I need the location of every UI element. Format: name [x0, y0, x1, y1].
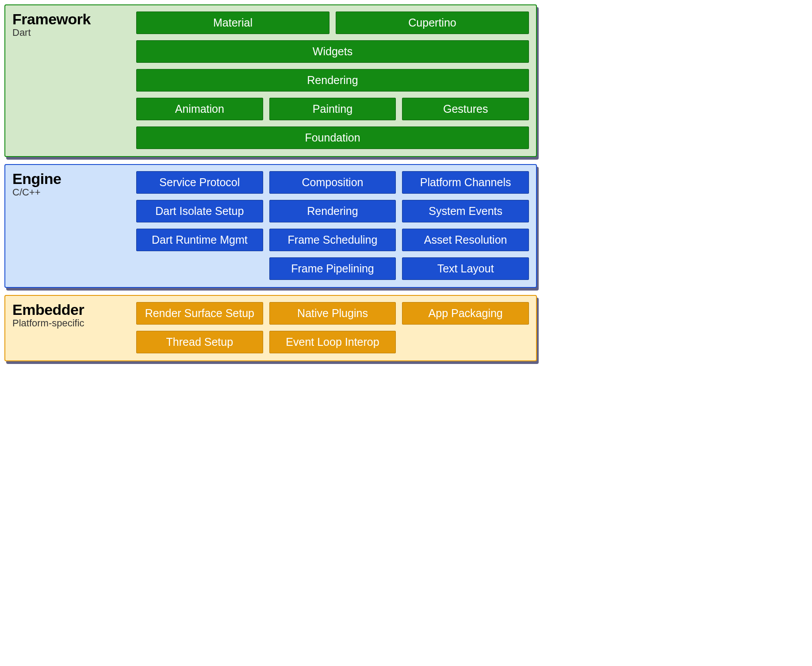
engine-box-composition: Composition: [269, 171, 396, 194]
engine-box-dart-isolate-setup: Dart Isolate Setup: [136, 200, 263, 222]
engine-box-text-layout: Text Layout: [402, 257, 529, 280]
embedder-body: Render Surface Setup Native Plugins App …: [136, 301, 529, 353]
framework-box-gestures: Gestures: [402, 98, 529, 120]
embedder-subtitle: Platform-specific: [12, 318, 127, 329]
engine-box-service-protocol: Service Protocol: [136, 171, 263, 194]
embedder-box-render-surface-setup: Render Surface Setup: [136, 302, 263, 325]
embedder-header: Embedder Platform-specific: [12, 301, 127, 353]
framework-box-material: Material: [136, 11, 329, 34]
embedder-title: Embedder: [12, 301, 127, 318]
engine-body: Service Protocol Composition Platform Ch…: [136, 170, 529, 280]
framework-box-painting: Painting: [269, 98, 396, 120]
embedder-box-event-loop-interop: Event Loop Interop: [269, 331, 396, 353]
embedder-section: Embedder Platform-specific Render Surfac…: [4, 295, 537, 361]
engine-box-dart-runtime-mgmt: Dart Runtime Mgmt: [136, 229, 263, 251]
framework-body: Material Cupertino Widgets Rendering Ani…: [136, 11, 529, 149]
framework-box-widgets: Widgets: [136, 40, 529, 63]
engine-box-frame-scheduling: Frame Scheduling: [269, 229, 396, 251]
embedder-box-empty: [402, 331, 529, 353]
engine-section: Engine C/C++ Service Protocol Compositio…: [4, 164, 537, 288]
engine-title: Engine: [12, 170, 127, 188]
framework-box-foundation: Foundation: [136, 126, 529, 149]
embedder-box-native-plugins: Native Plugins: [269, 302, 396, 325]
framework-box-animation: Animation: [136, 98, 263, 120]
framework-box-cupertino: Cupertino: [336, 11, 529, 34]
embedder-box-thread-setup: Thread Setup: [136, 331, 263, 353]
engine-box-system-events: System Events: [402, 200, 529, 222]
engine-box-rendering: Rendering: [269, 200, 396, 222]
framework-title: Framework: [12, 11, 127, 28]
engine-subtitle: C/C++: [12, 187, 127, 198]
engine-box-empty: [136, 257, 263, 280]
embedder-box-app-packaging: App Packaging: [402, 302, 529, 325]
framework-section: Framework Dart Material Cupertino Widget…: [4, 4, 537, 157]
engine-box-asset-resolution: Asset Resolution: [402, 229, 529, 251]
engine-box-platform-channels: Platform Channels: [402, 171, 529, 194]
framework-header: Framework Dart: [12, 11, 127, 149]
framework-box-rendering: Rendering: [136, 69, 529, 92]
engine-box-frame-pipelining: Frame Pipelining: [269, 257, 396, 280]
framework-subtitle: Dart: [12, 27, 127, 38]
engine-header: Engine C/C++: [12, 170, 127, 280]
